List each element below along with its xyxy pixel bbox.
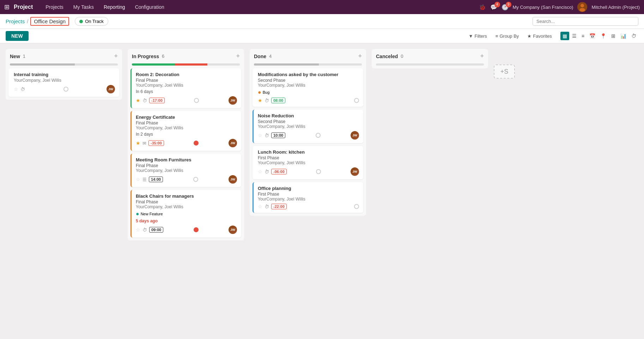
bug-icon[interactable]: 🐞	[479, 4, 486, 11]
list-view-icon[interactable]: ☰	[570, 32, 579, 40]
new-button[interactable]: NEW	[6, 31, 29, 41]
star-empty-icon[interactable]: ☆	[136, 227, 140, 233]
status-circle	[316, 169, 321, 174]
board: New 1 + Internal trainingYourCompany, Jo…	[0, 43, 644, 326]
map-view-icon[interactable]: 📍	[598, 32, 608, 40]
column-count: 1	[23, 54, 25, 59]
star-empty-icon[interactable]: ☆	[14, 86, 18, 92]
nav-my-tasks[interactable]: My Tasks	[69, 3, 98, 11]
task-card[interactable]: Internal trainingYourCompany, Joel Willi…	[8, 68, 119, 97]
card-title: Office planning	[258, 186, 359, 191]
card-company: YourCompany, Joel Willis	[136, 83, 237, 88]
star-empty-icon[interactable]: ☆	[136, 177, 140, 182]
star-icon[interactable]: ★	[258, 98, 262, 103]
list-view2-icon[interactable]: ≡	[579, 32, 587, 40]
clock-icon[interactable]: 🕐 9	[502, 4, 509, 11]
card-title: Energy Certificate	[136, 115, 237, 120]
svg-point-1	[581, 4, 584, 7]
clock-icon: ⏱	[265, 204, 269, 209]
card-phase: First Phase	[258, 155, 359, 160]
star-empty-icon[interactable]: ☆	[258, 204, 262, 209]
column-add-btn[interactable]: +	[114, 53, 118, 60]
card-footer: ☆⏱JW	[14, 85, 115, 93]
status-circle-red	[194, 141, 199, 146]
star-empty-icon[interactable]: ☆	[258, 132, 262, 138]
card-title: Lunch Room: kitchen	[258, 149, 359, 155]
card-footer: ★⏱-17:00JW	[136, 96, 237, 105]
card-title: Modifications asked by the customer	[258, 72, 359, 77]
project-name[interactable]: Office Design	[30, 17, 69, 26]
status-circle	[316, 133, 321, 138]
sub-header-right	[533, 17, 638, 26]
star-icon: ★	[527, 33, 531, 39]
card-footer: ☆⏱09:00JW	[136, 226, 237, 234]
favorites-button[interactable]: ★ Favorites	[524, 32, 554, 40]
card-company: YourCompany, Joel Willis	[258, 160, 359, 165]
app-grid-icon[interactable]: ⊞	[4, 3, 10, 11]
task-card[interactable]: Lunch Room: kitchenFirst PhaseYourCompan…	[253, 146, 363, 179]
avatar: JW	[229, 139, 237, 147]
clock-badge: 9	[506, 2, 511, 7]
status-badge[interactable]: On Track	[75, 17, 108, 26]
card-phase: Final Phase	[136, 199, 237, 204]
card-footer: ★✉-35:00JW	[136, 139, 237, 147]
kanban-view-icon[interactable]: ▦	[560, 32, 569, 40]
card-title: Black Chairs for managers	[136, 193, 237, 199]
breadcrumb: Projects / Office Design	[6, 17, 69, 26]
clock-icon: ⏱	[142, 227, 147, 233]
card-footer: ☆⏱-22:00	[258, 204, 359, 209]
star-icon[interactable]: ★	[136, 98, 140, 103]
clock-view-icon[interactable]: ⏱	[629, 32, 638, 40]
star-empty-icon[interactable]: ☆	[258, 169, 262, 174]
column-add-btn[interactable]: +	[358, 53, 362, 60]
status-circle	[193, 177, 198, 182]
task-card[interactable]: Energy CertificateFinal PhaseYourCompany…	[130, 111, 241, 151]
group-by-button[interactable]: ≡ Group By	[493, 32, 522, 40]
card-phase: Final Phase	[136, 163, 237, 168]
task-card[interactable]: Modifications asked by the customerSecon…	[253, 68, 363, 107]
nav-reporting[interactable]: Reporting	[99, 3, 129, 11]
card-title: Meeting Room Furnitures	[136, 157, 237, 162]
task-card[interactable]: Black Chairs for managersFinal PhaseYour…	[130, 190, 241, 238]
table-view-icon[interactable]: ⊞	[609, 32, 618, 40]
time-badge: -35:00	[148, 140, 164, 146]
add-stage-button[interactable]: +S	[494, 64, 515, 79]
task-card[interactable]: Office planningFirst PhaseYourCompany, J…	[253, 182, 363, 213]
user-avatar[interactable]	[577, 2, 587, 12]
filters-button[interactable]: ▼ Filters	[466, 32, 490, 40]
calendar-view-icon[interactable]: 📅	[587, 32, 597, 40]
nav-configuration[interactable]: Configuration	[131, 3, 169, 11]
card-tag: ● New Feature	[136, 211, 237, 217]
sub-header: Projects / Office Design On Track	[0, 14, 644, 29]
column-add-btn[interactable]: +	[236, 53, 240, 60]
svg-point-2	[579, 8, 585, 12]
time-badge: 08:00	[271, 98, 285, 103]
star-icon[interactable]: ★	[136, 140, 140, 146]
chat-icon[interactable]: 💬 4	[490, 4, 497, 11]
top-nav-right: 🐞 💬 4 🕐 9 My Company (San Francisco) Mit…	[479, 2, 640, 12]
time-badge: 10:00	[271, 132, 285, 138]
search-input[interactable]	[533, 17, 638, 26]
card-phase: First Phase	[258, 192, 359, 197]
chart-view-icon[interactable]: 📊	[618, 32, 628, 40]
card-title: Room 2: Decoration	[136, 72, 237, 77]
task-card[interactable]: Noise ReductionSecond PhaseYourCompany, …	[253, 110, 363, 143]
card-footer: ☆⏱-06:00JW	[258, 167, 359, 176]
task-card[interactable]: Room 2: DecorationFinal PhaseYourCompany…	[130, 68, 241, 108]
task-card[interactable]: Meeting Room FurnituresFinal PhaseYourCo…	[130, 154, 241, 187]
column-title: Canceled	[376, 54, 398, 59]
card-company: YourCompany, Joel Willis	[14, 78, 115, 83]
breadcrumb-projects[interactable]: Projects	[6, 18, 25, 24]
nav-projects[interactable]: Projects	[41, 3, 68, 11]
column-count: 0	[401, 54, 403, 59]
status-circle-red	[194, 227, 199, 232]
card-phase: Second Phase	[258, 78, 359, 83]
card-company: YourCompany, Joel Willis	[136, 168, 237, 173]
column-count: 4	[269, 54, 272, 59]
card-overdue: 5 days ago	[136, 218, 237, 223]
column-title: In Progress	[132, 54, 159, 59]
filter-icon: ▼	[469, 33, 473, 39]
column-add-btn[interactable]: +	[480, 53, 484, 60]
card-footer: ☆☰14:00JW	[136, 175, 237, 184]
breadcrumb-sep: /	[27, 18, 28, 24]
